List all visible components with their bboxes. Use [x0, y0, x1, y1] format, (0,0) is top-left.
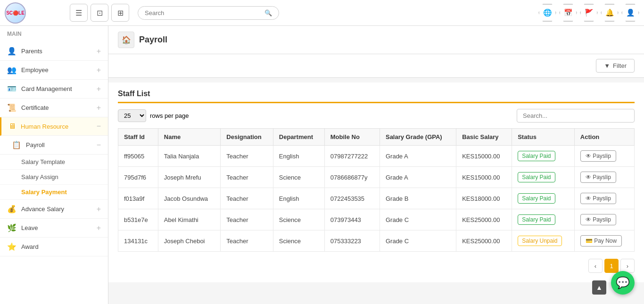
- status-badge-paid[interactable]: Salary Paid: [518, 214, 555, 225]
- table-row: ff95065 Talia Nanjala Teacher English 07…: [118, 146, 635, 167]
- scroll-top-btn[interactable]: ▲: [592, 280, 606, 295]
- parents-expand-icon: +: [97, 47, 101, 56]
- cell-department: Science: [273, 167, 324, 188]
- filter-icon: ▼: [604, 62, 610, 69]
- cell-designation: Teacher: [221, 209, 273, 230]
- status-badge-paid[interactable]: Salary Paid: [518, 193, 555, 204]
- home-btn[interactable]: 🏠: [118, 32, 134, 48]
- employee-icon: 👥: [7, 66, 17, 74]
- col-department: Department: [273, 129, 324, 146]
- cell-department: Science: [273, 230, 324, 252]
- status-badge-unpaid[interactable]: Salary Unpaid: [518, 236, 561, 246]
- cell-staff-id: 134131c: [118, 230, 158, 252]
- cell-name: Jacob Osundwa: [158, 188, 221, 209]
- cell-name: Talia Nanjala: [158, 146, 221, 167]
- grid-icon[interactable]: ⊞: [111, 4, 129, 22]
- page-1-btn[interactable]: 1: [604, 259, 619, 273]
- status-badge-paid[interactable]: Salary Paid: [518, 151, 555, 161]
- rows-per-page-control: 25 50 100 rows per page: [118, 109, 189, 122]
- top-search-input[interactable]: [145, 9, 262, 16]
- whatsapp-btn[interactable]: 💬: [611, 271, 635, 295]
- sidebar-item-employee[interactable]: 👥 Employee +: [0, 61, 108, 80]
- card-icon: 🪪: [7, 84, 17, 93]
- sidebar-item-certificate[interactable]: 📜 Certificate +: [0, 99, 108, 117]
- filter-label: Filter: [613, 62, 627, 69]
- sidebar-item-leave[interactable]: 🌿 Leave +: [0, 219, 108, 238]
- payroll-collapse-icon: −: [97, 141, 101, 149]
- cell-name: Joseph Mrefu: [158, 167, 221, 188]
- payslip-btn[interactable]: 👁 Payslip: [580, 214, 616, 225]
- sidebar-item-card-management[interactable]: 🪪 Card Management +: [0, 80, 108, 99]
- cell-staff-id: 795d7f6: [118, 167, 158, 188]
- cell-designation: Teacher: [221, 188, 273, 209]
- salary-template-label: Salary Template: [21, 158, 65, 165]
- page-title: Payroll: [139, 35, 167, 45]
- scroll-top-icon: ▲: [596, 284, 603, 291]
- rows-per-page-label: rows per page: [150, 112, 189, 119]
- sidebar-item-salary-payment[interactable]: Salary Payment: [0, 185, 108, 200]
- top-search-bar: 🔍: [138, 6, 279, 20]
- sidebar-item-salary-assign[interactable]: Salary Assign: [0, 170, 108, 185]
- payroll-icon: 📋: [12, 140, 21, 149]
- cell-mobile: 07987277222: [324, 146, 380, 167]
- col-designation: Designation: [221, 129, 273, 146]
- cell-staff-id: ff95065: [118, 146, 158, 167]
- expand-icon[interactable]: ⊡: [91, 4, 108, 22]
- certificate-expand-icon: +: [97, 104, 101, 112]
- staff-list-title: Staff List: [118, 90, 635, 103]
- flag-btn[interactable]: 🚩: [580, 4, 598, 22]
- search-icon: 🔍: [264, 9, 272, 16]
- prev-page-btn[interactable]: ‹: [588, 259, 603, 273]
- cell-grade: Grade A: [380, 146, 456, 167]
- sidebar-label-leave: Leave: [21, 224, 38, 231]
- payslip-btn[interactable]: 👁 Payslip: [580, 150, 616, 162]
- sidebar-label-card: Card Management: [21, 85, 72, 92]
- table-row: 795d7f6 Joseph Mrefu Teacher Science 078…: [118, 167, 635, 188]
- staff-list-section: Staff List 25 50 100 rows per page Staff…: [108, 82, 644, 282]
- cell-department: Science: [273, 209, 324, 230]
- filter-button[interactable]: ▼ Filter: [596, 59, 635, 73]
- nav-icons-left: ☰ ⊡ ⊞: [70, 4, 129, 22]
- sidebar-item-parents[interactable]: 👤 Parents +: [0, 42, 108, 61]
- cell-salary: KES25000.00: [456, 209, 512, 230]
- col-mobile: Mobile No: [324, 129, 380, 146]
- sidebar-main-label: Main: [0, 26, 108, 42]
- cell-salary: KES18000.00: [456, 188, 512, 209]
- table-search-input[interactable]: [517, 109, 635, 123]
- sidebar-item-payroll[interactable]: 📋 Payroll −: [0, 136, 108, 155]
- sidebar-item-award[interactable]: ⭐ Award: [0, 238, 108, 256]
- sidebar-item-salary-template[interactable]: Salary Template: [0, 155, 108, 170]
- pagination: ‹ 1 ›: [118, 259, 635, 275]
- cell-action: 👁 Payslip: [574, 209, 634, 230]
- col-staff-id: Staff Id: [118, 129, 158, 146]
- pay-now-btn[interactable]: 💳 Pay Now: [580, 235, 622, 246]
- cell-mobile: 0786686877y: [324, 167, 380, 188]
- table-row: b531e7e Abel Kimathi Teacher Science 073…: [118, 209, 635, 230]
- sidebar-label-award: Award: [21, 243, 39, 250]
- calendar-btn[interactable]: 📅: [559, 4, 577, 22]
- hamburger-icon[interactable]: ☰: [70, 4, 88, 22]
- cell-mobile: 075333223: [324, 230, 380, 252]
- parents-icon: 👤: [7, 47, 17, 56]
- status-badge-paid[interactable]: Salary Paid: [518, 172, 555, 182]
- rows-per-page-select[interactable]: 25 50 100: [118, 109, 146, 122]
- cell-status: Salary Paid: [512, 146, 575, 167]
- user-profile-btn[interactable]: 👤: [621, 4, 639, 22]
- col-status: Status: [512, 129, 575, 146]
- cell-action: 👁 Payslip: [574, 188, 634, 209]
- table-row: f013a9f Jacob Osundwa Teacher English 07…: [118, 188, 635, 209]
- cell-salary: KES15000.00: [456, 167, 512, 188]
- payslip-btn[interactable]: 👁 Payslip: [580, 172, 616, 183]
- filter-bar: ▼ Filter: [108, 54, 644, 78]
- sidebar-item-advance-salary[interactable]: 💰 Advance Salary +: [0, 200, 108, 219]
- cell-staff-id: f013a9f: [118, 188, 158, 209]
- cell-name: Joseph Cheboi: [158, 230, 221, 252]
- cell-grade: Grade C: [380, 209, 456, 230]
- sidebar-item-human-resource[interactable]: 🖥 Human Resource −: [0, 117, 108, 136]
- bell-btn[interactable]: 🔔: [601, 4, 619, 22]
- col-name: Name: [158, 129, 221, 146]
- payslip-btn[interactable]: 👁 Payslip: [580, 193, 616, 204]
- cell-grade: Grade C: [380, 230, 456, 252]
- globe-btn[interactable]: 🌐: [538, 4, 556, 22]
- col-grade: Salary Grade (GPA): [380, 129, 456, 146]
